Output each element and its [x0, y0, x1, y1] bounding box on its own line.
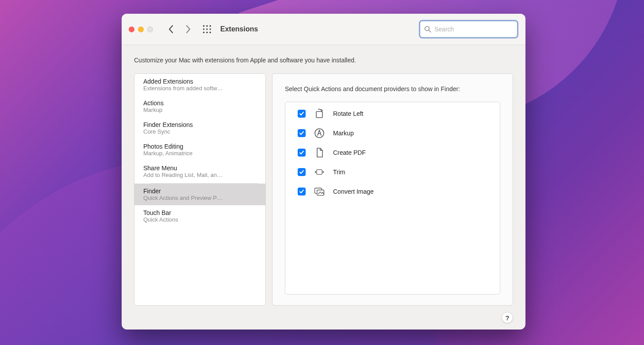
- content-area: Customize your Mac with extensions from …: [122, 45, 525, 330]
- window-controls: [129, 27, 153, 32]
- search-input[interactable]: [434, 26, 514, 33]
- check-icon: [299, 169, 304, 175]
- action-label: Convert Image: [333, 188, 374, 195]
- sidebar-item-finder-extensions[interactable]: Finder Extensions Core Sync: [134, 117, 265, 139]
- show-all-button[interactable]: [198, 22, 216, 37]
- sidebar-item-label: Actions: [143, 100, 257, 107]
- sidebar-item-label: Touch Bar: [143, 209, 257, 216]
- svg-rect-13: [317, 170, 322, 175]
- check-icon: [299, 130, 304, 136]
- check-icon: [299, 150, 304, 155]
- rotate-left-icon: [313, 107, 326, 120]
- action-row-markup[interactable]: Markup: [285, 123, 500, 143]
- search-field[interactable]: [419, 20, 518, 38]
- checkbox[interactable]: [298, 110, 306, 118]
- convert-image-icon: [313, 185, 326, 198]
- action-label: Markup: [333, 130, 354, 137]
- svg-point-5: [210, 28, 211, 30]
- panels: Added Extensions Extensions from added s…: [134, 73, 513, 306]
- sidebar-item-share-menu[interactable]: Share Menu Add to Reading List, Mail, an…: [134, 161, 265, 182]
- sidebar-item-sublabel: Quick Actions: [143, 216, 257, 223]
- help-icon: ?: [505, 314, 509, 322]
- detail-panel: Select Quick Actions and document provid…: [272, 73, 513, 306]
- sidebar-item-finder[interactable]: Finder Quick Actions and Preview P…: [134, 184, 265, 205]
- svg-point-8: [210, 32, 211, 34]
- zoom-window-button[interactable]: [147, 27, 153, 32]
- svg-rect-11: [316, 111, 322, 118]
- detail-header: Select Quick Actions and document provid…: [285, 84, 500, 94]
- action-label: Rotate Left: [333, 110, 364, 117]
- svg-point-2: [210, 25, 211, 27]
- check-icon: [299, 111, 304, 116]
- search-icon: [424, 25, 432, 33]
- svg-point-7: [206, 32, 208, 34]
- sidebar-item-added-extensions[interactable]: Added Extensions Extensions from added s…: [134, 74, 265, 96]
- sidebar-item-sublabel: Markup: [143, 107, 257, 113]
- action-label: Trim: [333, 169, 345, 176]
- trim-icon: [313, 166, 326, 178]
- action-row-create-pdf[interactable]: Create PDF: [285, 143, 500, 162]
- close-window-button[interactable]: [129, 27, 134, 32]
- action-row-trim[interactable]: Trim: [285, 162, 500, 182]
- sidebar-item-touch-bar[interactable]: Touch Bar Quick Actions: [134, 205, 265, 227]
- checkbox[interactable]: [298, 149, 306, 157]
- page-description: Customize your Mac with extensions from …: [134, 57, 513, 64]
- sidebar-item-label: Photos Editing: [143, 143, 257, 150]
- svg-point-3: [203, 28, 205, 30]
- svg-point-0: [203, 25, 205, 27]
- preferences-window: Extensions Customize your Mac with exten…: [122, 14, 525, 330]
- document-icon: [313, 146, 326, 159]
- checkbox[interactable]: [298, 129, 306, 137]
- minimize-window-button[interactable]: [138, 27, 144, 32]
- sidebar-item-sublabel: Markup, Animatrice: [143, 150, 257, 157]
- action-row-rotate-left[interactable]: Rotate Left: [285, 104, 500, 123]
- sidebar-item-label: Added Extensions: [143, 78, 257, 85]
- svg-point-1: [206, 25, 208, 27]
- quick-actions-list: Rotate Left Markup: [285, 102, 500, 295]
- sidebar-item-sublabel: Add to Reading List, Mail, an…: [143, 172, 257, 178]
- checkbox[interactable]: [298, 168, 306, 176]
- toolbar: Extensions: [122, 14, 525, 45]
- svg-line-10: [429, 30, 431, 32]
- sidebar-item-label: Share Menu: [143, 165, 257, 172]
- action-label: Create PDF: [333, 149, 366, 156]
- forward-button[interactable]: [180, 22, 196, 37]
- window-title: Extensions: [220, 25, 258, 33]
- svg-point-4: [206, 28, 208, 30]
- sidebar-item-sublabel: Extensions from added softw…: [143, 85, 257, 92]
- chevron-left-icon: [168, 25, 175, 34]
- markup-icon: [313, 127, 326, 139]
- svg-point-6: [203, 32, 205, 34]
- sidebar-item-label: Finder: [143, 188, 257, 195]
- action-row-convert-image[interactable]: Convert Image: [285, 182, 500, 201]
- sidebar-item-label: Finder Extensions: [143, 121, 257, 128]
- checkbox[interactable]: [298, 188, 306, 196]
- grid-icon: [202, 24, 212, 34]
- chevron-right-icon: [184, 25, 192, 34]
- sidebar-item-actions[interactable]: Actions Markup: [134, 96, 265, 117]
- category-sidebar: Added Extensions Extensions from added s…: [134, 73, 266, 306]
- sidebar-item-sublabel: Quick Actions and Preview P…: [143, 195, 257, 201]
- back-button[interactable]: [163, 22, 180, 37]
- check-icon: [299, 189, 304, 194]
- sidebar-item-sublabel: Core Sync: [143, 128, 257, 135]
- sidebar-item-photos-editing[interactable]: Photos Editing Markup, Animatrice: [134, 139, 265, 161]
- help-button[interactable]: ?: [502, 312, 513, 323]
